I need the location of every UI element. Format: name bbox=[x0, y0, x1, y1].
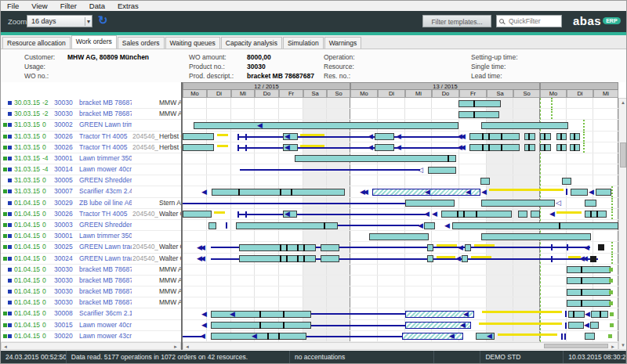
operation-bar[interactable] bbox=[524, 144, 535, 151]
menu-item-data[interactable]: Data bbox=[89, 2, 105, 10]
gantt-row[interactable] bbox=[183, 175, 618, 186]
table-row[interactable]: 31.03.15030026Tractor TH 4005204546_15He… bbox=[1, 132, 181, 142]
gantt-row[interactable] bbox=[183, 265, 618, 276]
table-row[interactable]: 30.03.15-230030bracket MB 78687MMW AG bbox=[1, 98, 181, 109]
operation-bar[interactable] bbox=[567, 300, 611, 307]
operation-bar[interactable] bbox=[540, 133, 551, 140]
gantt-row[interactable]: ◀◀◀◀ bbox=[183, 242, 618, 253]
operation-bar[interactable] bbox=[585, 200, 596, 207]
operation-bar[interactable] bbox=[567, 277, 611, 284]
table-row[interactable]: 01.04.15030029ZB lube oil line A61Stern … bbox=[1, 198, 181, 209]
tab-resource-allocation[interactable]: Resource allocation bbox=[2, 37, 71, 49]
tab-capacity-analysis[interactable]: Capacity analysis bbox=[221, 37, 282, 49]
tab-work-orders[interactable]: Work orders bbox=[71, 35, 117, 49]
operation-bar[interactable] bbox=[590, 322, 599, 329]
gantt-row[interactable] bbox=[183, 153, 618, 164]
gantt-row[interactable]: ◁ bbox=[183, 164, 618, 175]
scroll-down-icon[interactable]: ▼ bbox=[621, 342, 625, 348]
table-row[interactable]: 01.04.15030030bracket MB 78687MMW AG bbox=[1, 276, 181, 287]
menu-item-extras[interactable]: Extras bbox=[118, 2, 139, 10]
operation-bar[interactable] bbox=[458, 100, 501, 107]
operation-bar[interactable] bbox=[236, 222, 338, 229]
gantt-row[interactable]: ◀◀◀◀ bbox=[183, 308, 618, 319]
operation-bar[interactable] bbox=[568, 311, 585, 318]
gantt-row[interactable]: ◀◀◀◀ bbox=[183, 331, 618, 342]
operation-bar[interactable] bbox=[424, 222, 435, 229]
operation-bar[interactable] bbox=[596, 189, 611, 196]
operation-bar[interactable] bbox=[481, 122, 568, 129]
operation-bar[interactable] bbox=[469, 133, 520, 140]
operation-bar[interactable] bbox=[481, 200, 555, 207]
table-row[interactable]: 31.03.15030002GREEN Lawn trimm bbox=[1, 120, 181, 131]
gantt-row[interactable]: ◀ bbox=[183, 120, 618, 131]
operation-bar[interactable] bbox=[462, 255, 468, 262]
table-row[interactable]: 01.04.15030001Lawn trimmer 350 bbox=[1, 231, 181, 242]
gantt-row[interactable]: ◀◀◀◀◀ bbox=[183, 142, 618, 153]
tab-warnings[interactable]: Warnings bbox=[324, 37, 362, 49]
operation-bar[interactable] bbox=[183, 133, 214, 140]
undo-icon[interactable]: ↺ bbox=[98, 13, 108, 27]
operation-bar[interactable] bbox=[211, 322, 311, 329]
operation-bar[interactable] bbox=[211, 311, 311, 318]
operation-bar[interactable] bbox=[465, 244, 471, 251]
menu-item-filter[interactable]: Filter bbox=[60, 2, 77, 10]
operation-bar[interactable] bbox=[208, 222, 216, 229]
table-row[interactable]: 31.03.15-430014Lawn mower 40cm bbox=[1, 164, 181, 175]
operation-bar[interactable] bbox=[375, 144, 394, 151]
gantt-row[interactable]: ◀◀ bbox=[183, 220, 618, 231]
zoom-select[interactable]: 16 days ▾ bbox=[27, 15, 92, 27]
operation-bar[interactable] bbox=[481, 233, 591, 240]
operation-bar[interactable] bbox=[295, 155, 456, 162]
gantt-row[interactable]: ◀◀◀◀◀ bbox=[183, 132, 618, 142]
table-row[interactable]: 01.04.15030030bracket MB 78687MMW AG bbox=[1, 265, 181, 276]
table-row[interactable]: 01.04.15030008Scarifier 36cm 2.1 bbox=[1, 308, 181, 319]
vscroll-thumb[interactable] bbox=[620, 142, 626, 168]
gantt-vscrollbar[interactable]: ▲▼ bbox=[618, 98, 627, 350]
operation-bar[interactable] bbox=[540, 144, 551, 151]
gantt-row[interactable]: ◁ bbox=[183, 198, 618, 209]
operation-bar[interactable] bbox=[405, 200, 455, 207]
table-row[interactable]: 01.04.15030030bracket MB 78687MMW AG bbox=[1, 297, 181, 308]
gantt-row[interactable] bbox=[183, 276, 618, 287]
scroll-right-icon[interactable]: ► bbox=[611, 344, 615, 350]
operation-bar[interactable] bbox=[518, 211, 527, 218]
gantt-row[interactable] bbox=[183, 297, 618, 308]
operation-bar[interactable] bbox=[427, 255, 433, 262]
operation-bar[interactable] bbox=[321, 255, 339, 262]
operation-bar[interactable] bbox=[571, 189, 588, 196]
operation-bar[interactable] bbox=[458, 111, 499, 118]
operation-bar[interactable] bbox=[452, 222, 618, 229]
operation-bar[interactable] bbox=[562, 178, 571, 185]
table-row[interactable]: 01.04.15030026Tractor TH 4005204540_29Wa… bbox=[1, 209, 181, 220]
operation-bar[interactable] bbox=[585, 211, 607, 218]
operation-bar[interactable] bbox=[524, 133, 535, 140]
operation-bar[interactable] bbox=[211, 333, 306, 340]
gantt-row[interactable] bbox=[183, 109, 618, 120]
operation-bar[interactable] bbox=[567, 266, 611, 273]
operation-bar[interactable] bbox=[369, 233, 429, 240]
table-hscrollbar[interactable]: ◄► bbox=[1, 342, 181, 350]
operation-bar[interactable] bbox=[531, 211, 540, 218]
table-row[interactable]: 01.04.15030015Lawn mower 40cm bbox=[1, 320, 181, 331]
scroll-left-icon[interactable]: ◄ bbox=[3, 344, 8, 350]
menu-item-file[interactable]: File bbox=[7, 2, 19, 10]
operation-bar[interactable] bbox=[480, 178, 490, 185]
scroll-up-icon[interactable]: ▲ bbox=[621, 99, 625, 106]
operation-bar[interactable] bbox=[568, 322, 584, 329]
table-row[interactable]: 01.04.15030024GREEN Lawn tract204540_27W… bbox=[1, 254, 181, 265]
table-row[interactable]: 01.04.15030003GREEN Shredder 2 bbox=[1, 220, 181, 231]
hscroll-thumb[interactable] bbox=[544, 344, 608, 348]
operation-bar[interactable] bbox=[375, 133, 394, 140]
operation-bar[interactable] bbox=[427, 244, 433, 251]
table-row[interactable]: 01.04.15030030bracket MB 78687MMW AG bbox=[1, 287, 181, 297]
operation-bar[interactable] bbox=[585, 333, 595, 340]
gantt-row[interactable] bbox=[183, 98, 618, 109]
gantt-row[interactable] bbox=[183, 287, 618, 297]
gantt-row[interactable] bbox=[183, 231, 618, 242]
operation-bar[interactable] bbox=[183, 144, 214, 151]
table-row[interactable]: 30.03.15-230030bracket MB 78687MMW AG bbox=[1, 109, 181, 120]
tab-simulation[interactable]: Simulation bbox=[283, 37, 324, 49]
table-row[interactable]: 31.03.15030026Tractor TH 4005204546_16He… bbox=[1, 142, 181, 153]
tab-waiting-queues[interactable]: Waiting queues bbox=[165, 37, 220, 49]
quickfilter-input[interactable] bbox=[507, 16, 560, 26]
